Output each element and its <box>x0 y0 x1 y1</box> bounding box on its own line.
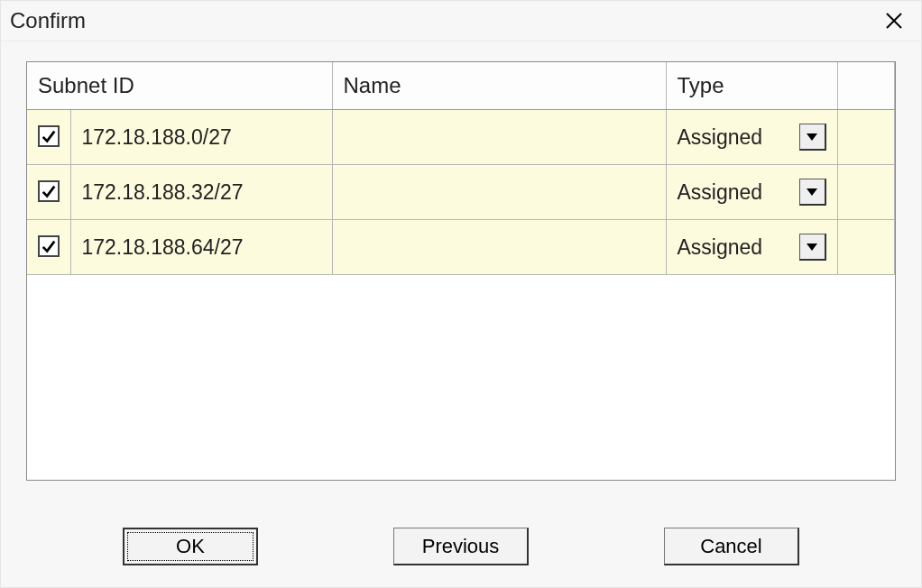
table-row[interactable]: 172.18.188.64/27 Assigned <box>27 220 895 275</box>
cell-name[interactable] <box>332 165 666 220</box>
cell-name[interactable] <box>332 110 666 165</box>
dropdown-button[interactable] <box>799 124 826 151</box>
col-type-header[interactable]: Type <box>666 62 837 110</box>
table-row[interactable]: 172.18.188.0/27 Assigned <box>27 110 895 165</box>
checkmark-icon <box>41 183 57 199</box>
type-value: Assigned <box>678 180 763 205</box>
cell-subnet: 172.18.188.64/27 <box>70 220 332 275</box>
svg-marker-4 <box>807 243 817 251</box>
header-row: Subnet ID Name Type <box>27 62 895 110</box>
cell-subnet: 172.18.188.0/27 <box>70 110 332 165</box>
type-dropdown[interactable]: Assigned <box>678 229 826 265</box>
dropdown-button[interactable] <box>799 179 826 206</box>
close-button[interactable] <box>880 6 908 35</box>
table-row[interactable]: 172.18.188.32/27 Assigned <box>27 165 895 220</box>
chevron-down-icon <box>807 188 817 196</box>
chevron-down-icon <box>807 133 817 141</box>
cancel-button[interactable]: Cancel <box>664 528 799 565</box>
window-title: Confirm <box>10 8 86 33</box>
ok-button[interactable]: OK <box>123 528 258 565</box>
subnet-grid: Subnet ID Name Type 172.18.188.0/27 <box>26 61 896 481</box>
svg-marker-3 <box>807 188 817 196</box>
row-checkbox[interactable] <box>38 125 60 147</box>
checkmark-icon <box>41 128 57 144</box>
grid-empty-area <box>27 275 895 480</box>
col-name-header[interactable]: Name <box>332 62 666 110</box>
previous-button[interactable]: Previous <box>393 528 529 565</box>
svg-marker-2 <box>807 133 817 141</box>
type-value: Assigned <box>678 235 763 260</box>
col-subnet-header[interactable]: Subnet ID <box>27 62 332 110</box>
cell-subnet: 172.18.188.32/27 <box>70 165 332 220</box>
titlebar: Confirm <box>1 1 921 41</box>
checkmark-icon <box>41 238 57 254</box>
content: Subnet ID Name Type 172.18.188.0/27 <box>1 41 921 506</box>
chevron-down-icon <box>807 243 817 251</box>
cell-name[interactable] <box>332 220 666 275</box>
col-padding <box>837 62 894 110</box>
close-icon <box>885 12 903 30</box>
type-dropdown[interactable]: Assigned <box>678 174 826 210</box>
row-checkbox[interactable] <box>38 180 60 202</box>
type-value: Assigned <box>678 125 763 150</box>
button-bar: OK Previous Cancel <box>1 506 921 587</box>
type-dropdown[interactable]: Assigned <box>678 119 826 155</box>
row-checkbox[interactable] <box>38 235 60 257</box>
confirm-dialog: Confirm Subnet ID Name Type <box>0 0 922 588</box>
dropdown-button[interactable] <box>799 234 826 261</box>
